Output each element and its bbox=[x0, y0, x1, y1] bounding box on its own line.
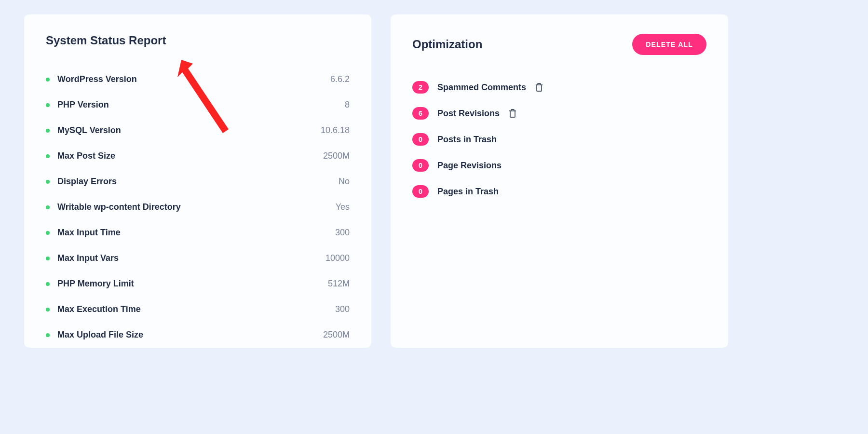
optimization-label: Pages in Trash bbox=[437, 187, 499, 197]
status-label: Display Errors bbox=[57, 176, 117, 187]
status-label: Max Input Vars bbox=[57, 253, 119, 263]
count-badge: 0 bbox=[412, 185, 429, 198]
status-label: Max Post Size bbox=[57, 151, 115, 161]
status-row: Max Upload File Size 2500M bbox=[46, 322, 350, 348]
status-dot-icon bbox=[46, 231, 50, 235]
status-value: 2500M bbox=[323, 151, 350, 161]
status-dot-icon bbox=[46, 282, 50, 286]
optimization-rows: 2 Spammed Comments 6 Post Revisions bbox=[412, 74, 706, 204]
status-row: MySQL Version 10.6.18 bbox=[46, 118, 350, 143]
optimization-row: 0 Posts in Trash bbox=[412, 126, 706, 152]
status-dot-icon bbox=[46, 257, 50, 260]
optimization-row: 6 Post Revisions bbox=[412, 100, 706, 126]
status-row: Writable wp-content Directory Yes bbox=[46, 194, 350, 220]
status-value: 300 bbox=[335, 228, 350, 238]
status-value: Yes bbox=[336, 202, 350, 212]
status-value: 512M bbox=[328, 279, 350, 289]
optimization-row: 0 Page Revisions bbox=[412, 152, 706, 178]
count-badge: 2 bbox=[412, 81, 429, 94]
trash-icon[interactable] bbox=[508, 108, 517, 118]
status-row: Max Input Time 300 bbox=[46, 220, 350, 245]
status-row: Max Post Size 2500M bbox=[46, 143, 350, 169]
status-row: Max Execution Time 300 bbox=[46, 297, 350, 322]
status-row: Max Input Vars 10000 bbox=[46, 245, 350, 271]
optimization-label: Page Revisions bbox=[437, 161, 502, 171]
status-label: Max Execution Time bbox=[57, 304, 141, 314]
status-value: 300 bbox=[335, 304, 350, 314]
count-badge: 0 bbox=[412, 159, 429, 172]
status-dot-icon bbox=[46, 333, 50, 337]
trash-icon[interactable] bbox=[535, 82, 543, 92]
optimization-row: 2 Spammed Comments bbox=[412, 74, 706, 100]
status-label: Max Input Time bbox=[57, 228, 121, 238]
status-value: 8 bbox=[345, 100, 350, 110]
status-row: PHP Version 8 bbox=[46, 92, 350, 118]
status-value: 6.6.2 bbox=[330, 74, 350, 84]
optimization-row: 0 Pages in Trash bbox=[412, 178, 706, 204]
status-dot-icon bbox=[46, 205, 50, 209]
optimization-label: Spammed Comments bbox=[437, 82, 526, 93]
optimization-card: Optimization DELETE ALL 2 Spammed Commen… bbox=[391, 14, 728, 348]
count-badge: 6 bbox=[412, 107, 429, 120]
status-value: 2500M bbox=[323, 330, 350, 340]
status-label: MySQL Version bbox=[57, 125, 121, 136]
status-label: Writable wp-content Directory bbox=[57, 202, 181, 212]
status-dot-icon bbox=[46, 78, 50, 81]
status-dot-icon bbox=[46, 103, 50, 107]
count-badge: 0 bbox=[412, 133, 429, 146]
system-status-title: System Status Report bbox=[46, 34, 350, 47]
status-row: PHP Memory Limit 512M bbox=[46, 271, 350, 297]
status-dot-icon bbox=[46, 180, 50, 184]
status-dot-icon bbox=[46, 129, 50, 133]
system-status-card: System Status Report WordPress Version 6… bbox=[24, 14, 371, 348]
status-rows: WordPress Version 6.6.2 PHP Version 8 My… bbox=[46, 67, 350, 348]
status-label: PHP Memory Limit bbox=[57, 279, 134, 289]
optimization-label: Post Revisions bbox=[437, 108, 500, 119]
status-value: No bbox=[339, 176, 350, 187]
status-label: PHP Version bbox=[57, 100, 109, 110]
delete-all-button[interactable]: DELETE ALL bbox=[632, 34, 706, 55]
status-value: 10.6.18 bbox=[321, 125, 350, 136]
status-dot-icon bbox=[46, 308, 50, 312]
status-label: Max Upload File Size bbox=[57, 330, 143, 340]
optimization-title: Optimization bbox=[412, 38, 482, 51]
status-dot-icon bbox=[46, 154, 50, 158]
status-value: 10000 bbox=[326, 253, 350, 263]
status-row: Display Errors No bbox=[46, 169, 350, 194]
status-row: WordPress Version 6.6.2 bbox=[46, 67, 350, 92]
optimization-label: Posts in Trash bbox=[437, 135, 497, 145]
status-label: WordPress Version bbox=[57, 74, 137, 84]
